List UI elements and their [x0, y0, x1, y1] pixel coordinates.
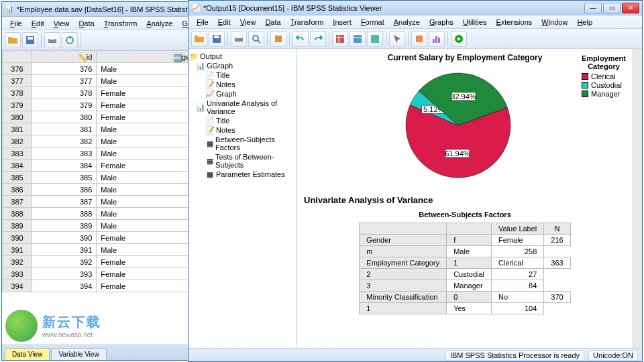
- table-row: Minority Classification0No370: [360, 292, 570, 303]
- outline-item[interactable]: ▦Tests of Between-Subjects: [190, 152, 295, 170]
- toolbar: [189, 29, 642, 49]
- open-button[interactable]: [191, 31, 207, 47]
- tree-icon: 📈: [206, 90, 214, 98]
- svg-point-9: [253, 36, 258, 41]
- menu-graphs[interactable]: Graphs: [425, 17, 458, 27]
- maximize-button[interactable]: ▭: [603, 3, 621, 13]
- status-bar: IBM SPSS Statistics Processor is ready U…: [189, 348, 642, 361]
- menu-data[interactable]: Data: [261, 17, 284, 27]
- menu-file[interactable]: File: [6, 18, 26, 29]
- close-button[interactable]: ✕: [622, 3, 639, 13]
- outline-item[interactable]: 📝Notes: [190, 80, 295, 89]
- tree-icon: 📝: [206, 80, 214, 88]
- outline-item[interactable]: 📄Title: [190, 70, 295, 80]
- goto-data-button[interactable]: [332, 31, 348, 47]
- outline-item[interactable]: 📄Title: [190, 116, 295, 125]
- svg-rect-12: [336, 35, 344, 43]
- svg-rect-18: [416, 36, 423, 42]
- svg-rect-15: [354, 35, 362, 43]
- outline-item[interactable]: ▦Between-Subjects Factors: [190, 135, 295, 152]
- menu-view[interactable]: View: [236, 17, 260, 27]
- save-button[interactable]: [22, 32, 38, 48]
- legend-item: Manager: [582, 90, 626, 98]
- svg-text:32.94%: 32.94%: [451, 93, 476, 101]
- save-button[interactable]: [209, 31, 225, 47]
- chart-button[interactable]: [429, 31, 445, 47]
- menu-format[interactable]: Format: [357, 17, 388, 27]
- table-row: 1Yes104: [360, 303, 570, 314]
- svg-rect-6: [214, 36, 219, 38]
- section-title: Univariate Analysis of Variance: [304, 195, 626, 205]
- svg-rect-20: [435, 36, 437, 43]
- tree-icon: ▦: [206, 139, 213, 147]
- menu-transform[interactable]: Transform: [100, 18, 142, 29]
- menu-edit[interactable]: Edit: [28, 18, 48, 29]
- outline-item[interactable]: ▦Parameter Estimates: [190, 170, 295, 179]
- minimize-button[interactable]: —: [584, 3, 602, 13]
- open-button[interactable]: [5, 32, 21, 48]
- select-button[interactable]: [389, 31, 405, 47]
- redo-button[interactable]: [310, 31, 326, 47]
- run-button[interactable]: [451, 31, 467, 47]
- menu-extensions[interactable]: Extensions: [492, 17, 536, 27]
- print-button[interactable]: [44, 32, 60, 48]
- menu-data[interactable]: Data: [74, 18, 98, 29]
- status-unicode: Unicode:ON: [588, 350, 638, 361]
- menu-analyze[interactable]: Analyze: [390, 17, 424, 27]
- svg-rect-3: [50, 36, 55, 40]
- tab-data-view[interactable]: Data View: [5, 348, 50, 360]
- variables-button[interactable]: [367, 31, 383, 47]
- goto-case-button[interactable]: [350, 31, 366, 47]
- menu-transform[interactable]: Transform: [286, 17, 328, 27]
- table-row: mMale258: [360, 246, 570, 257]
- menu-view[interactable]: View: [50, 18, 74, 29]
- menu-utilities[interactable]: Utilities: [459, 17, 490, 27]
- status-ready: IBM SPSS Statistics Processor is ready: [445, 350, 584, 361]
- col-id[interactable]: 📏id: [32, 51, 97, 63]
- legend-item: Clerical: [582, 72, 626, 80]
- print-button[interactable]: [231, 31, 247, 47]
- outline-item[interactable]: 📊Univariate Analysis of Variance: [190, 99, 295, 116]
- window-title: *Output15 [Document15] - IBM SPSS Statis…: [203, 4, 584, 12]
- menu-window[interactable]: Window: [537, 17, 572, 27]
- legend-item: Custodial: [582, 81, 626, 89]
- svg-rect-1: [28, 37, 33, 40]
- chart-legend: EmploymentCategory ClericalCustodialMana…: [582, 54, 626, 99]
- watermark: 新云下载www.newasp.net: [5, 310, 101, 342]
- chart-title: Current Salary by Employment Category: [304, 53, 626, 62]
- tree-icon: ▦: [206, 170, 214, 178]
- outline-pane[interactable]: 📁Output📊GGraph📄Title📝Notes📈Graph📊Univari…: [189, 49, 297, 348]
- menu-file[interactable]: File: [193, 17, 213, 27]
- output-viewer[interactable]: Current Salary by Employment Category Em…: [297, 49, 633, 348]
- outline-item[interactable]: 📊GGraph: [190, 61, 295, 70]
- pie-chart: 61.94%5.12%32.94%: [304, 65, 626, 186]
- tab-variable-view[interactable]: Variable View: [51, 348, 106, 360]
- titlebar[interactable]: 📈 *Output15 [Document15] - IBM SPSS Stat…: [189, 1, 642, 15]
- tree-icon: ▦: [206, 157, 213, 165]
- tree-icon: 📄: [206, 71, 214, 79]
- svg-rect-19: [433, 39, 435, 43]
- app-icon: 📈: [191, 3, 201, 13]
- recall-button[interactable]: [62, 32, 78, 48]
- insert-button[interactable]: [411, 31, 427, 47]
- export-button[interactable]: [270, 31, 286, 47]
- tree-icon: 📄: [206, 117, 214, 125]
- table-row: 3Manager84: [360, 280, 570, 292]
- tree-icon: 📝: [206, 126, 214, 134]
- table-row: GenderfFemale216: [360, 235, 570, 246]
- preview-button[interactable]: [248, 31, 264, 47]
- menu-analyze[interactable]: Analyze: [142, 18, 176, 29]
- table-title: Between-Subjects Factors: [304, 210, 626, 219]
- outline-item[interactable]: 📁Output: [190, 52, 295, 61]
- menu-insert[interactable]: Insert: [329, 17, 356, 27]
- outline-item[interactable]: 📈Graph: [190, 89, 295, 99]
- undo-button[interactable]: [292, 31, 309, 47]
- tree-icon: 📁: [190, 52, 198, 60]
- svg-rect-17: [371, 35, 379, 43]
- menu-edit[interactable]: Edit: [214, 17, 235, 27]
- svg-rect-8: [236, 35, 241, 38]
- table-row: 2Custodial27: [360, 269, 570, 280]
- menu-help[interactable]: Help: [573, 17, 596, 27]
- scrollbar[interactable]: [633, 49, 642, 348]
- outline-item[interactable]: 📝Notes: [190, 125, 295, 135]
